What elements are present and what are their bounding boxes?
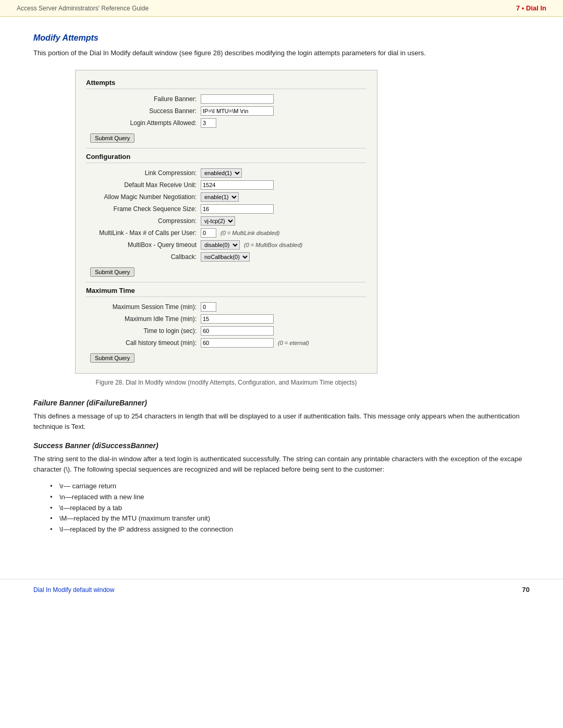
- login-attempts-row: Login Attempts Allowed:: [86, 118, 366, 128]
- footer-page: 70: [522, 586, 530, 594]
- figure-caption: Figure 28. Dial In Modify window (modify…: [75, 379, 377, 386]
- failure-banner-row: Failure Banner:: [86, 94, 366, 104]
- default-max-receive-input[interactable]: [201, 180, 274, 190]
- main-content: Modify Attempts This portion of the Dial…: [0, 17, 563, 558]
- header-left: Access Server Administrators' Reference …: [17, 5, 149, 12]
- max-session-input[interactable]: [201, 302, 216, 312]
- list-item: \I—replaced by the IP address assigned t…: [50, 524, 530, 535]
- success-banner-subsection-title: Success Banner (diSuccessBanner): [33, 441, 530, 450]
- attempts-section-title: Attempts: [86, 79, 366, 89]
- callback-label: Callback:: [86, 253, 201, 261]
- allow-magic-select[interactable]: enable(1): [201, 192, 239, 202]
- multibox-note: (0 = MultiBox disabled): [244, 242, 302, 248]
- header-right: 7 • Dial In: [516, 4, 546, 12]
- callback-select[interactable]: noCallback(0): [201, 252, 250, 262]
- login-attempts-label: Login Attempts Allowed:: [86, 119, 201, 127]
- multibox-select[interactable]: disable(0): [201, 240, 240, 250]
- max-idle-row: Maximum Idle Time (min):: [86, 314, 366, 324]
- default-max-receive-row: Default Max Receive Unit:: [86, 180, 366, 190]
- frame-check-input[interactable]: [201, 204, 274, 214]
- failure-banner-body: This defines a message of up to 254 char…: [33, 411, 530, 432]
- call-history-label: Call history timeout (min):: [86, 339, 201, 347]
- submit-query-button-3[interactable]: Submit Query: [90, 353, 134, 363]
- link-compression-row: Link Compression: enabled(1): [86, 168, 366, 178]
- multilink-label: MultiLink - Max # of Calls per User:: [86, 229, 201, 237]
- bullet-list: \r— carriage return \n—replaced with a n…: [50, 481, 530, 535]
- header-bar: Access Server Administrators' Reference …: [0, 0, 563, 17]
- link-compression-label: Link Compression:: [86, 169, 201, 177]
- multilink-row: MultiLink - Max # of Calls per User: (0 …: [86, 228, 366, 238]
- success-banner-input[interactable]: [201, 106, 274, 116]
- allow-magic-row: Allow Magic Number Negotiation: enable(1…: [86, 192, 366, 202]
- max-idle-label: Maximum Idle Time (min):: [86, 315, 201, 323]
- footer-bar: Dial In Modify default window 70: [0, 579, 563, 600]
- time-to-login-input[interactable]: [201, 326, 274, 336]
- figure-box: Attempts Failure Banner: Success Banner:…: [75, 70, 377, 374]
- success-banner-body: The string sent to the dial-in window af…: [33, 454, 530, 475]
- list-item: \t—replaced by a tab: [50, 503, 530, 514]
- call-history-input[interactable]: [201, 338, 274, 348]
- failure-banner-input[interactable]: [201, 94, 274, 104]
- call-history-row: Call history timeout (min): (0 = eternal…: [86, 338, 366, 348]
- time-to-login-row: Time to login (sec):: [86, 326, 366, 336]
- divider-2: [86, 282, 366, 282]
- max-session-label: Maximum Session Time (min):: [86, 303, 201, 311]
- success-banner-label: Success Banner:: [86, 107, 201, 115]
- failure-banner-label: Failure Banner:: [86, 95, 201, 103]
- multilink-note: (0 = MultiLink disabled): [221, 230, 279, 236]
- allow-magic-label: Allow Magic Number Negotiation:: [86, 193, 201, 201]
- section-intro: This portion of the Dial In Modify defau…: [33, 48, 530, 58]
- divider-1: [86, 148, 366, 149]
- submit-query-button-1[interactable]: Submit Query: [90, 133, 134, 143]
- compression-select[interactable]: vj-tcp(2): [201, 216, 235, 226]
- footer-link[interactable]: Dial In Modify default window: [33, 586, 114, 594]
- list-item: \r— carriage return: [50, 481, 530, 492]
- failure-banner-subsection-title: Failure Banner (diFailureBanner): [33, 399, 530, 407]
- max-idle-input[interactable]: [201, 314, 274, 324]
- multilink-input[interactable]: [201, 228, 216, 238]
- time-to-login-label: Time to login (sec):: [86, 327, 201, 335]
- callback-row: Callback: noCallback(0): [86, 252, 366, 262]
- default-max-receive-label: Default Max Receive Unit:: [86, 181, 201, 189]
- compression-label: Compression:: [86, 217, 201, 225]
- multibox-label: MultiBox - Query timeout: [86, 241, 201, 249]
- list-item: \M—replaced by the MTU (maximum transfer…: [50, 513, 530, 524]
- max-session-row: Maximum Session Time (min):: [86, 302, 366, 312]
- config-section-title: Configuration: [86, 153, 366, 163]
- list-item: \n—replaced with a new line: [50, 492, 530, 503]
- link-compression-select[interactable]: enabled(1): [201, 168, 242, 178]
- compression-row: Compression: vj-tcp(2): [86, 216, 366, 226]
- multibox-row: MultiBox - Query timeout disable(0) (0 =…: [86, 240, 366, 250]
- frame-check-row: Frame Check Sequence Size:: [86, 204, 366, 214]
- login-attempts-input[interactable]: [201, 118, 216, 128]
- success-banner-row: Success Banner:: [86, 106, 366, 116]
- section-title: Modify Attempts: [33, 33, 530, 43]
- call-history-note: (0 = eternal): [278, 340, 309, 346]
- frame-check-label: Frame Check Sequence Size:: [86, 205, 201, 213]
- submit-query-button-2[interactable]: Submit Query: [90, 267, 134, 277]
- max-time-section-title: Maximum Time: [86, 287, 366, 297]
